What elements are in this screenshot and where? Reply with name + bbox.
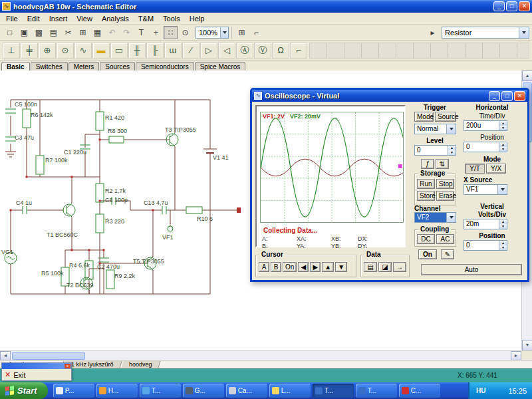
component-picker-icon[interactable]: ▸ bbox=[426, 26, 440, 39]
print-icon[interactable]: ▤ bbox=[47, 26, 61, 39]
component-tab[interactable]: Spice Macros bbox=[195, 62, 246, 70]
component-label[interactable]: R2 1,7k bbox=[105, 188, 126, 194]
cut-icon[interactable]: ✂ bbox=[61, 26, 75, 39]
stop-button[interactable]: Stop bbox=[436, 179, 454, 189]
component-label[interactable]: R6 142k bbox=[31, 112, 53, 118]
trigger-mode-dropdown[interactable]: Normal bbox=[414, 124, 456, 134]
menu-item[interactable]: T&M bbox=[134, 13, 158, 24]
vertical-position-input[interactable]: 0 ▲▼ bbox=[464, 240, 507, 251]
trigger-source-button[interactable]: Source bbox=[435, 112, 456, 122]
component-label[interactable]: T3 TIP3055 bbox=[165, 126, 196, 133]
coupling-dc-button[interactable]: DC bbox=[417, 234, 435, 244]
sheet-tab[interactable]: hoodveg bbox=[121, 361, 160, 368]
taskbar-window-button[interactable]: T... bbox=[313, 384, 354, 398]
taskbar-window-button[interactable]: T... bbox=[140, 384, 181, 398]
snap-grid-icon[interactable]: ⊞ bbox=[235, 26, 249, 39]
capacitor-icon[interactable]: ╫ bbox=[128, 43, 146, 59]
oscilloscope-titlebar[interactable]: ∿ Oscilloscope - Virtual _ □ ✕ bbox=[252, 90, 527, 102]
export-data-icon[interactable]: ▤ bbox=[364, 262, 377, 272]
voltage-source-icon[interactable]: ⊕ bbox=[39, 43, 56, 59]
component-label[interactable]: R7 100k bbox=[45, 157, 68, 164]
zener-diode-icon[interactable]: ◁ bbox=[218, 43, 235, 59]
taskbar-window-button[interactable]: Ca... bbox=[226, 384, 267, 398]
spin-up-icon[interactable]: ▲ bbox=[499, 219, 507, 224]
taskbar-window-button[interactable]: G... bbox=[183, 384, 224, 398]
component-label[interactable]: C1 220u bbox=[64, 149, 86, 156]
combo-arrow-icon[interactable] bbox=[220, 27, 228, 38]
zoom-combo[interactable]: 100% bbox=[196, 27, 229, 39]
main-titlebar[interactable]: ∿ hoodvegAB 10w - Schematic Editor _ □ ✕ bbox=[0, 0, 532, 13]
component-label[interactable]: C3 47u bbox=[15, 134, 34, 141]
send-to-diagram-icon[interactable]: → bbox=[393, 262, 406, 272]
cursor-button[interactable]: On bbox=[283, 262, 297, 272]
jumper-icon[interactable]: ⌐ bbox=[290, 43, 307, 59]
close-button[interactable]: ✕ bbox=[514, 91, 525, 101]
text-tool-icon[interactable]: T bbox=[134, 26, 148, 39]
horizontal-scroll-thumb[interactable] bbox=[12, 352, 85, 360]
minimize-button[interactable]: _ bbox=[489, 91, 500, 101]
horizontal-position-input[interactable]: 0 ▲▼ bbox=[464, 142, 507, 152]
component-label[interactable]: R10 6 bbox=[197, 215, 213, 222]
voltmeter-icon[interactable]: Ⓥ bbox=[254, 43, 271, 59]
maximize-button[interactable]: □ bbox=[506, 1, 517, 11]
close-icon[interactable]: x bbox=[65, 364, 70, 368]
mode-yt-button[interactable]: Y/T bbox=[465, 164, 485, 174]
voltage-generator-icon[interactable]: ∿ bbox=[74, 43, 92, 59]
scroll-down-icon[interactable]: ▼ bbox=[522, 340, 532, 350]
open-file-icon[interactable]: ▣ bbox=[17, 26, 31, 39]
menu-item[interactable]: Tools bbox=[158, 13, 185, 24]
component-label[interactable]: C5 100n bbox=[15, 101, 37, 108]
cursor-button[interactable]: B bbox=[271, 262, 281, 272]
component-label[interactable]: R8 300 bbox=[108, 128, 127, 134]
cursor-button[interactable]: ◀ bbox=[298, 262, 309, 272]
spin-down-icon[interactable]: ▼ bbox=[499, 126, 507, 130]
xsource-dropdown[interactable]: VF1 bbox=[464, 184, 507, 195]
component-label[interactable]: R4 6,6k bbox=[69, 262, 90, 269]
taskbar-window-button[interactable]: C... bbox=[399, 384, 440, 398]
new-file-icon[interactable]: □ bbox=[3, 26, 17, 39]
taskbar-window-button[interactable]: H... bbox=[96, 384, 138, 398]
voltsdiv-input[interactable]: 20m ▲▼ bbox=[464, 219, 507, 229]
scroll-left-icon[interactable]: ◄ bbox=[0, 351, 11, 360]
component-label[interactable]: T1 BC560C bbox=[47, 231, 78, 238]
language-indicator[interactable]: HU bbox=[476, 387, 485, 394]
component-label[interactable]: R1 420 bbox=[105, 114, 124, 121]
taskbar-window-button[interactable]: T... bbox=[356, 384, 397, 398]
menu-item[interactable]: File bbox=[1, 13, 23, 24]
component-label[interactable]: VG1 bbox=[1, 249, 13, 255]
menu-item[interactable]: Edit bbox=[23, 13, 45, 24]
inductor-icon[interactable]: ɯ bbox=[164, 43, 182, 59]
maximize-button[interactable]: □ bbox=[501, 91, 513, 101]
current-source-icon[interactable]: ⊙ bbox=[57, 43, 74, 59]
menu-item[interactable]: View bbox=[72, 13, 97, 24]
spin-up-icon[interactable]: ▲ bbox=[499, 142, 507, 147]
component-label[interactable]: R3 220 bbox=[105, 218, 124, 225]
coupling-ac-button[interactable]: AC bbox=[436, 234, 454, 244]
component-label[interactable]: T5 TIP3055 bbox=[133, 258, 164, 265]
ground-icon[interactable]: ⊥ bbox=[3, 43, 20, 59]
component-tab[interactable]: Sources bbox=[100, 62, 135, 70]
spin-up-icon[interactable]: ▲ bbox=[499, 121, 507, 126]
run-button[interactable]: Run bbox=[417, 179, 435, 189]
component-select[interactable]: Resistor bbox=[442, 27, 529, 39]
component-label[interactable]: V1 41 bbox=[213, 154, 229, 161]
store-button[interactable]: Store bbox=[417, 191, 435, 201]
component-tab[interactable]: Semiconductors bbox=[136, 62, 194, 70]
potentiometer-icon[interactable]: ▭ bbox=[110, 43, 128, 59]
ohmmeter-icon[interactable]: Ω bbox=[272, 43, 289, 59]
component-label[interactable]: R9 2,2k bbox=[114, 273, 135, 279]
resistor-icon[interactable]: ▬ bbox=[92, 43, 110, 59]
taskbar-window-button[interactable]: P... bbox=[53, 384, 94, 398]
edge-select-icon[interactable]: ⇅ bbox=[436, 159, 449, 169]
probe-button[interactable]: ✎ bbox=[441, 249, 454, 259]
menu-item[interactable]: Insert bbox=[45, 13, 72, 24]
dropdown-arrow-icon[interactable] bbox=[446, 124, 456, 134]
component-label[interactable]: C2 470u bbox=[97, 263, 120, 270]
wire-tool-icon[interactable]: ⌐ bbox=[249, 26, 263, 39]
cursor-button[interactable]: ▼ bbox=[335, 262, 347, 272]
component-label[interactable]: C4 1u bbox=[16, 200, 32, 206]
spin-down-icon[interactable]: ▼ bbox=[499, 224, 507, 229]
channel-on-button[interactable]: On bbox=[418, 249, 437, 259]
combo-arrow-icon[interactable] bbox=[519, 27, 529, 38]
component-label[interactable]: C8 100p bbox=[105, 197, 128, 203]
